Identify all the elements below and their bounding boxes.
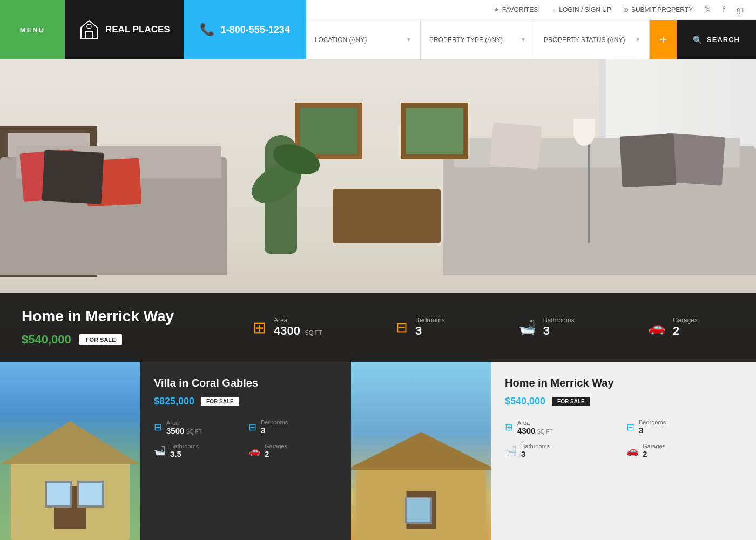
listing-1-garages-label: Garages (265, 443, 287, 449)
listing-2-info: Home in Merrick Way $540,000 FOR SALE ⊞ … (491, 362, 756, 540)
area-value: 4300 (274, 324, 300, 338)
listing-2-bedrooms-label: Bedrooms (639, 419, 666, 426)
listing-2-price: $540,000 (505, 396, 545, 407)
listing-1-bedrooms-icon: ⊟ (248, 421, 256, 433)
header-right: ★ FAVORITES → LOGIN / SIGN UP ⊕ SUBMIT P… (306, 0, 756, 59)
star-icon: ★ (494, 6, 500, 14)
listing-2-stats: ⊞ Area 4300 SQ FT ⊟ Bedrooms 3 🛁 (505, 419, 742, 459)
listing-1-bedrooms-value: 3 (261, 426, 265, 435)
hero-property-title: Home in Merrick Way (22, 308, 216, 325)
bedrooms-label: Bedrooms (415, 316, 445, 324)
listing-1-bathrooms: 🛁 Bathrooms 3.5 (154, 443, 243, 459)
hero-overlay: Home in Merrick Way $540,000 FOR SALE ⊞ … (0, 293, 756, 362)
listing-1-price: $825,000 (154, 396, 194, 407)
logo-area: REAL PLACES (65, 0, 184, 59)
phone-number: 1-800-555-1234 (221, 24, 290, 36)
listing-2-area: ⊞ Area 4300 SQ FT (505, 419, 621, 435)
listing-1-bathrooms-value: 3.5 (170, 449, 181, 458)
svg-point-0 (87, 24, 91, 29)
listing-1-area-value: 3500 (166, 426, 184, 435)
location-dropdown[interactable]: LOCATION (ANY) ▼ (306, 20, 421, 59)
listing-1-garages-value: 2 (265, 449, 269, 458)
bedrooms-icon: ⊟ (396, 319, 408, 336)
listing-1-status-badge: FOR SALE (201, 397, 239, 406)
listing-2-area-value: 4300 (517, 426, 535, 435)
listing-2-image[interactable] (351, 362, 491, 540)
twitter-icon[interactable]: 𝕏 (705, 5, 711, 14)
area-unit: SQ FT (305, 329, 322, 336)
hero-title-area: Home in Merrick Way $540,000 FOR SALE (22, 308, 216, 347)
menu-button[interactable]: MENU (0, 0, 65, 59)
listing-2-area-icon: ⊞ (505, 421, 513, 433)
listing-1-bathrooms-icon: 🛁 (154, 445, 166, 457)
login-link[interactable]: → LOGIN / SIGN UP (550, 6, 611, 14)
listing-1-bedrooms-label: Bedrooms (261, 419, 288, 426)
listing-1-area-unit: SQ FT (186, 429, 201, 435)
hero-stat-bathrooms: 🛁 Bathrooms 3 (518, 316, 575, 338)
hero-stat-bedrooms: ⊟ Bedrooms 3 (396, 316, 445, 338)
pillow-gray-2 (620, 133, 677, 187)
listing-2-title: Home in Merrick Way (505, 377, 742, 389)
search-bar: LOCATION (ANY) ▼ PROPERTY TYPE (ANY) ▼ P… (306, 20, 756, 59)
hero-price: $540,000 (22, 333, 71, 347)
area-icon: ⊞ (253, 318, 266, 337)
google-plus-icon[interactable]: g+ (737, 5, 745, 14)
logo-icon (78, 18, 100, 42)
facebook-icon[interactable]: f (723, 5, 725, 14)
listing-2-bathrooms-icon: 🛁 (505, 445, 517, 457)
location-arrow-icon: ▼ (406, 37, 411, 43)
hero-section: Home in Merrick Way $540,000 FOR SALE ⊞ … (0, 59, 756, 362)
listing-1-title: Villa in Coral Gables (154, 377, 338, 389)
listing-2-garages-value: 2 (643, 449, 647, 458)
add-filter-button[interactable]: + (650, 20, 677, 59)
property-type-arrow-icon: ▼ (521, 37, 526, 43)
coffee-table (333, 189, 441, 243)
bathrooms-value: 3 (543, 324, 575, 338)
listing-2-price-row: $540,000 FOR SALE (505, 396, 742, 407)
listing-2-bedrooms-icon: ⊟ (626, 421, 634, 433)
property-status-dropdown[interactable]: PROPERTY STATUS (ANY) ▼ (535, 20, 650, 59)
pillow-dark-1 (42, 150, 104, 204)
search-icon: 🔍 (693, 36, 703, 44)
listing-1-bedrooms: ⊟ Bedrooms 3 (248, 419, 338, 435)
header-links: ★ FAVORITES → LOGIN / SIGN UP ⊕ SUBMIT P… (306, 0, 756, 20)
lamp-shade (573, 119, 595, 146)
logo-text: REAL PLACES (105, 24, 170, 36)
bathrooms-label: Bathrooms (543, 316, 575, 324)
listing-2-bathrooms: 🛁 Bathrooms 3 (505, 443, 621, 459)
property-status-arrow-icon: ▼ (635, 37, 640, 43)
listing-1-bathrooms-label: Bathrooms (170, 443, 199, 449)
hero-stat-garages: 🚗 Garages 2 (648, 316, 698, 338)
garages-label: Garages (673, 316, 698, 324)
header: MENU REAL PLACES 📞 1-800-555-1234 ★ FAVO… (0, 0, 756, 59)
listing-2-area-label: Area (517, 420, 553, 426)
search-button[interactable]: 🔍 SEARCH (677, 20, 756, 59)
listing-1-garages-icon: 🚗 (248, 445, 260, 457)
area-label: Area (274, 316, 322, 324)
lamp-pole (588, 135, 590, 243)
listing-1-image[interactable] (0, 362, 140, 540)
listing-1-garages: 🚗 Garages 2 (248, 443, 338, 459)
garages-value: 2 (673, 324, 698, 338)
pillow-light-1 (490, 122, 542, 170)
listing-1-price-row: $825,000 FOR SALE (154, 396, 338, 407)
listing-1-stats: ⊞ Area 3500 SQ FT ⊟ Bedrooms 3 🛁 (154, 419, 338, 459)
area-value-row: 4300 SQ FT (274, 324, 322, 338)
listing-2-bedrooms: ⊟ Bedrooms 3 (626, 419, 742, 435)
listing-1-info: Villa in Coral Gables $825,000 FOR SALE … (140, 362, 351, 540)
phone-icon: 📞 (200, 23, 214, 37)
phone-area: 📞 1-800-555-1234 (184, 0, 306, 59)
favorites-link[interactable]: ★ FAVORITES (494, 6, 538, 14)
garages-icon: 🚗 (648, 319, 665, 336)
listing-2-garages: 🚗 Garages 2 (626, 443, 742, 459)
login-icon: → (550, 6, 556, 14)
property-type-dropdown[interactable]: PROPERTY TYPE (ANY) ▼ (421, 20, 535, 59)
submit-property-link[interactable]: ⊕ SUBMIT PROPERTY (623, 6, 693, 14)
listing-1-area-icon: ⊞ (154, 421, 162, 433)
bathrooms-icon: 🛁 (518, 319, 536, 336)
listing-1-area-label: Area (166, 420, 202, 426)
listing-2-bedrooms-value: 3 (639, 426, 643, 435)
hero-stats: ⊞ Area 4300 SQ FT ⊟ Bedrooms 3 (216, 316, 734, 338)
submit-icon: ⊕ (623, 6, 629, 14)
listing-2-bathrooms-label: Bathrooms (521, 443, 550, 449)
